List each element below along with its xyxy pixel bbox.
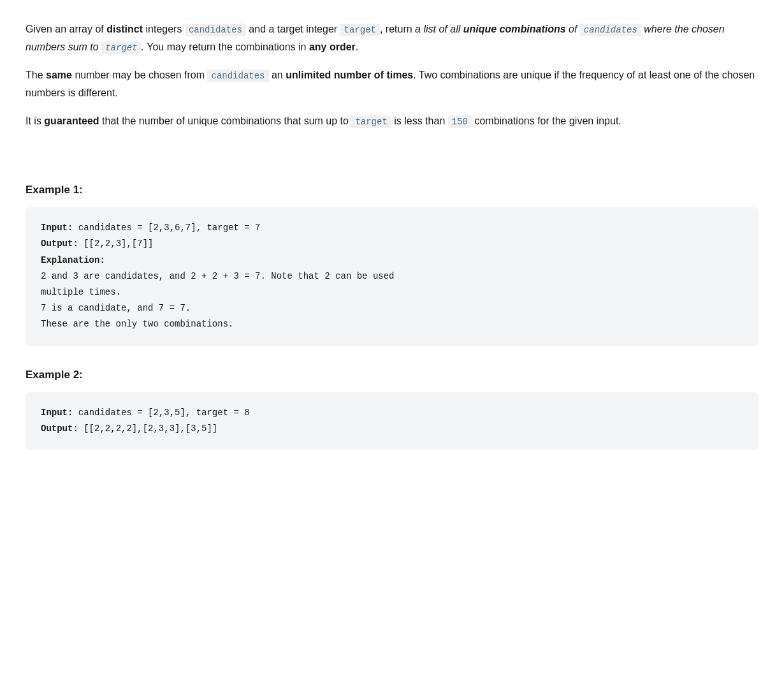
example-2-output-value: [[2,2,2,2],[2,3,3],[3,5]] [83, 423, 217, 434]
example-1-explanation-line-4: These are the only two combinations. [41, 316, 743, 332]
example-1-explanation-line-2: multiple times. [41, 284, 743, 300]
description-para3: It is guaranteed that the number of uniq… [25, 112, 759, 130]
example-2-code-block: Input: candidates = [2,3,5], target = 8 … [25, 392, 759, 450]
example-2-input-value: candidates = [2,3,5], target = 8 [78, 408, 250, 418]
spacer-1 [25, 140, 759, 151]
description-para2: The same number may be chosen from candi… [25, 66, 759, 102]
example-1-explanation-line-3: 7 is a candidate, and 7 = 7. [41, 300, 743, 316]
inline-target-3: target [351, 115, 391, 128]
spacer-2 [25, 151, 759, 161]
example-1-input-line: Input: candidates = [2,3,6,7], target = … [41, 220, 743, 236]
inline-150: 150 [448, 115, 472, 128]
example-1-output-label: Output: [41, 239, 78, 249]
example-1-explanation-line-1: 2 and 3 are candidates, and 2 + 2 + 3 = … [41, 269, 743, 284]
bold-unlimited: unlimited number of times [286, 70, 413, 80]
bold-distinct: distinct [106, 24, 143, 34]
problem-description: Given an array of distinct integers cand… [25, 20, 759, 450]
example-2-input-line: Input: candidates = [2,3,5], target = 8 [41, 405, 743, 421]
inline-target-1: target [340, 24, 380, 36]
example-2-heading: Example 2: [25, 366, 759, 383]
example-2-output-line: Output: [[2,2,2,2],[2,3,3],[3,5]] [41, 421, 743, 437]
example-1-output-line: Output: [[2,2,3],[7]] [41, 236, 743, 252]
example-1-input-value: candidates = [2,3,6,7], target = 7 [78, 223, 261, 233]
example-1-code-block: Input: candidates = [2,3,6,7], target = … [25, 207, 759, 345]
example-2-output-label: Output: [41, 423, 78, 434]
inline-candidates-2: candidates [580, 24, 641, 36]
inline-target-2: target [101, 41, 141, 54]
bold-guaranteed: guaranteed [44, 115, 99, 126]
example-2-input-label: Input: [41, 408, 73, 418]
bold-unique-combinations: unique combinations [463, 24, 566, 34]
description-para1: Given an array of distinct integers cand… [25, 20, 759, 56]
example-1-section: Example 1: Input: candidates = [2,3,6,7]… [25, 181, 759, 346]
example-1-explanation-label: Explanation: [41, 255, 105, 265]
inline-candidates-3: candidates [207, 70, 268, 82]
example-1-heading: Example 1: [25, 181, 759, 198]
example-1-explanation-heading: Explanation: [41, 253, 743, 269]
bold-same: same [46, 70, 72, 80]
example-1-output-value: [[2,2,3],[7]] [83, 239, 153, 249]
inline-candidates-1: candidates [185, 24, 246, 36]
example-2-section: Example 2: Input: candidates = [2,3,5], … [25, 366, 759, 450]
bold-any-order: any order [309, 41, 356, 52]
example-1-input-label: Input: [41, 223, 73, 233]
